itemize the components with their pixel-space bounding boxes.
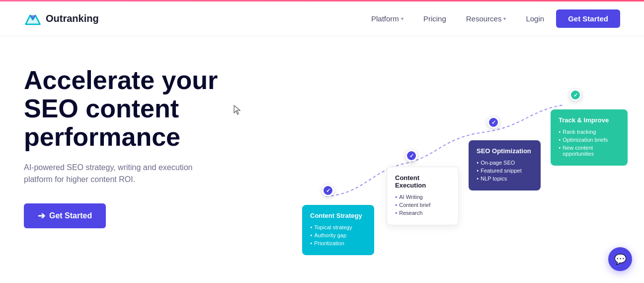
dot-marker-2 xyxy=(405,150,417,162)
card-content-strategy: Content Strategy Topical strategy Author… xyxy=(302,205,374,255)
nav-cta-button[interactable]: Get Started xyxy=(556,9,620,28)
nav-pricing[interactable]: Pricing xyxy=(415,10,454,27)
card-execution-item-3: Research xyxy=(395,210,450,216)
card-track-improve: Track & Improve Rank tracking Optimizati… xyxy=(551,109,628,166)
card-track-title: Track & Improve xyxy=(559,116,620,124)
logo[interactable]: Outranking xyxy=(24,10,99,28)
card-seo-item-1: On-page SEO xyxy=(477,160,533,166)
nav-resources[interactable]: Resources ▾ xyxy=(458,10,514,27)
dot-marker-1 xyxy=(322,185,334,196)
card-seo-optimization: SEO Optimization On-page SEO Featured sn… xyxy=(469,140,541,190)
card-track-item-2: Optimization briefs xyxy=(559,137,620,143)
card-execution-title: Content Execution xyxy=(395,174,450,189)
arrow-icon: ➔ xyxy=(38,210,45,221)
hero-section: Accelerate your SEO content performance … xyxy=(0,36,644,283)
card-strategy-item-2: Authority gap xyxy=(310,232,366,238)
card-track-item-1: Rank tracking xyxy=(559,129,620,135)
nav-login[interactable]: Login xyxy=(518,10,552,27)
card-execution-item-1: AI Writing xyxy=(395,194,450,200)
nav-platform[interactable]: Platform ▾ xyxy=(363,10,411,27)
chat-icon: 💬 xyxy=(614,253,627,265)
dot-marker-4 xyxy=(569,89,581,101)
resources-chevron-icon: ▾ xyxy=(503,16,506,21)
chat-button[interactable]: 💬 xyxy=(608,247,632,271)
hero-subtitle: AI-powered SEO strategy, writing and exe… xyxy=(24,162,223,186)
hero-cta-button[interactable]: ➔ Get Started xyxy=(24,203,106,228)
logo-text: Outranking xyxy=(46,13,99,24)
logo-icon xyxy=(24,10,42,28)
platform-chevron-icon: ▾ xyxy=(401,16,403,21)
card-track-item-3: New content opportunities xyxy=(559,145,620,157)
card-content-execution: Content Execution AI Writing Content bri… xyxy=(387,167,459,225)
hero-title: Accelerate your SEO content performance xyxy=(24,66,272,152)
card-execution-item-2: Content brief xyxy=(395,202,450,208)
dot-marker-3 xyxy=(487,116,499,128)
hero-left: Accelerate your SEO content performance … xyxy=(24,56,272,228)
card-strategy-item-1: Topical strategy xyxy=(310,224,366,230)
navbar: Outranking Platform ▾ Pricing Resources … xyxy=(0,1,644,36)
card-seo-item-2: Featured snippet xyxy=(477,168,533,174)
card-seo-item-3: NLP topics xyxy=(477,176,533,182)
card-seo-title: SEO Optimization xyxy=(477,147,533,155)
card-strategy-item-3: Prioritization xyxy=(310,240,366,246)
card-strategy-title: Content Strategy xyxy=(310,212,366,219)
nav-links: Platform ▾ Pricing Resources ▾ Login Get… xyxy=(363,9,620,28)
hero-diagram: Content Strategy Topical strategy Author… xyxy=(292,56,620,283)
